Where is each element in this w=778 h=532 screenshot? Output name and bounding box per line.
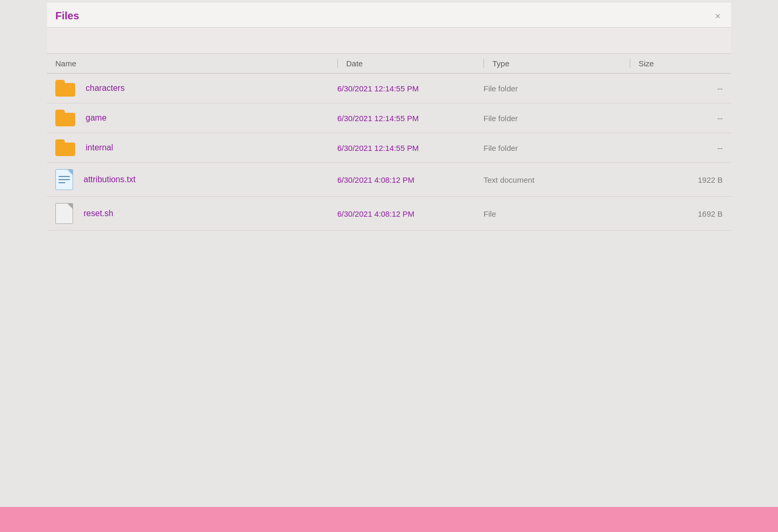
file-name: internal bbox=[86, 143, 113, 152]
file-date: 6/30/2021 12:14:55 PM bbox=[337, 114, 484, 123]
table-row[interactable]: game 6/30/2021 12:14:55 PM File folder -… bbox=[47, 103, 731, 133]
bottom-bar bbox=[0, 507, 778, 532]
table-row[interactable]: attributions.txt 6/30/2021 4:08:12 PM Te… bbox=[47, 163, 731, 197]
folder-icon bbox=[55, 139, 75, 156]
column-date-header: Date bbox=[337, 59, 484, 68]
file-name-area: game bbox=[55, 110, 337, 126]
title-bar: Files × bbox=[47, 3, 731, 28]
column-size-header: Size bbox=[630, 59, 723, 68]
file-date: 6/30/2021 4:08:12 PM bbox=[337, 209, 484, 218]
file-name-area: reset.sh bbox=[55, 203, 337, 224]
file-type: Text document bbox=[484, 175, 630, 184]
column-name-header: Name bbox=[55, 59, 337, 68]
table-row[interactable]: characters 6/30/2021 12:14:55 PM File fo… bbox=[47, 74, 731, 103]
file-size: -- bbox=[630, 114, 723, 123]
file-name: attributions.txt bbox=[84, 175, 136, 184]
file-size: 1692 B bbox=[630, 209, 723, 218]
column-type-header: Type bbox=[484, 59, 630, 68]
file-name: characters bbox=[86, 84, 125, 93]
table-row[interactable]: reset.sh 6/30/2021 4:08:12 PM File 1692 … bbox=[47, 197, 731, 231]
file-icon bbox=[55, 203, 73, 224]
file-list: characters 6/30/2021 12:14:55 PM File fo… bbox=[47, 74, 731, 488]
folder-icon bbox=[55, 80, 75, 97]
file-name: reset.sh bbox=[84, 209, 113, 218]
file-name-area: internal bbox=[55, 139, 337, 156]
file-type: File folder bbox=[484, 114, 630, 123]
folder-icon bbox=[55, 110, 75, 126]
close-button[interactable]: × bbox=[715, 11, 721, 21]
window-title: Files bbox=[55, 10, 79, 22]
file-size: 1922 B bbox=[630, 175, 723, 184]
text-file-icon bbox=[55, 169, 73, 190]
file-size: -- bbox=[630, 84, 723, 93]
file-name-area: characters bbox=[55, 80, 337, 97]
files-window: Files × Name Date Type Size characters 6… bbox=[47, 3, 731, 488]
table-row[interactable]: internal 6/30/2021 12:14:55 PM File fold… bbox=[47, 133, 731, 163]
file-date: 6/30/2021 4:08:12 PM bbox=[337, 175, 484, 184]
toolbar bbox=[47, 28, 731, 54]
file-name-area: attributions.txt bbox=[55, 169, 337, 190]
file-list-header: Name Date Type Size bbox=[47, 54, 731, 74]
file-date: 6/30/2021 12:14:55 PM bbox=[337, 84, 484, 93]
file-type: File folder bbox=[484, 144, 630, 152]
file-type: File bbox=[484, 209, 630, 218]
file-date: 6/30/2021 12:14:55 PM bbox=[337, 144, 484, 152]
file-name: game bbox=[86, 113, 107, 123]
file-size: -- bbox=[630, 144, 723, 152]
file-type: File folder bbox=[484, 84, 630, 93]
